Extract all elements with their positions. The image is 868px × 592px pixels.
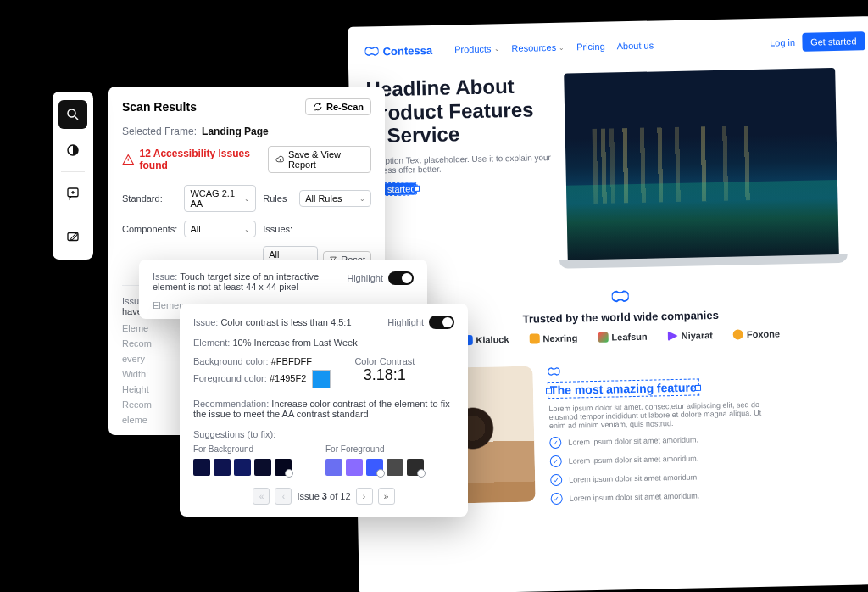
list-item: ✓Lorem ipsum dolor sit amet amoridum. — [550, 470, 771, 486]
issue-card-3: Issue: Color contrast is less than 4.5:1… — [180, 304, 468, 517]
company-leafsun: Leafsun — [598, 332, 647, 343]
svg-point-0 — [68, 109, 75, 117]
edit-frame-icon — [65, 229, 81, 244]
bg-swatches — [193, 459, 292, 476]
highlight-label: Highlight — [387, 317, 424, 327]
nav-resources[interactable]: Resources⌄ — [511, 42, 565, 53]
separator — [61, 215, 85, 215]
brand-mark-icon — [612, 288, 629, 304]
components-dropdown[interactable]: All⌄ — [184, 221, 256, 237]
contrast-icon — [65, 142, 81, 158]
company-nexring: Nexring — [529, 332, 577, 343]
tool-rail — [53, 92, 93, 260]
selection-handles[interactable]: The most amazing feature — [548, 382, 698, 397]
warning-icon — [122, 153, 135, 166]
issue-text: Color contrast is less than 4.5:1 — [220, 317, 351, 327]
hero-image — [564, 68, 839, 260]
swatch[interactable] — [275, 459, 292, 476]
pager-first-button[interactable]: « — [253, 488, 270, 505]
check-icon: ✓ — [551, 493, 563, 505]
nav-pricing[interactable]: Pricing — [576, 42, 605, 53]
pager-next-button[interactable]: › — [356, 488, 373, 505]
search-icon — [65, 107, 81, 122]
element-row: Element: 10% Increase from Last Week — [193, 338, 454, 348]
swatch[interactable] — [326, 459, 342, 476]
fg-swatch — [312, 370, 331, 388]
hero-image-wrap — [564, 67, 868, 268]
site-nav: Products⌄ Resources⌄ Pricing About us — [454, 40, 654, 54]
rescan-button[interactable]: Re-Scan — [305, 98, 371, 115]
site-header: Contessa Products⌄ Resources⌄ Pricing Ab… — [364, 31, 865, 60]
save-report-button[interactable]: Save & View Report — [268, 146, 371, 173]
feature-desc: Lorem ipsum dolor sit amet, consectetur … — [548, 400, 770, 430]
nav-products[interactable]: Products⌄ — [454, 43, 500, 54]
site-logo[interactable]: Contessa — [364, 43, 432, 59]
hero-headline: Headline About Product Features & Servic… — [365, 74, 554, 148]
fg-hex: #1495F2 — [270, 373, 306, 383]
comment-plus-icon — [65, 186, 81, 201]
feature-mark — [548, 361, 768, 377]
frame-label: Selected Frame: — [122, 126, 197, 137]
pager-text: Issue 3 of 12 — [297, 491, 350, 501]
list-item: ✓Lorem ipsum dolor sit amet amoridum. — [550, 451, 771, 467]
feature-text: The most amazing feature Lorem ipsum dol… — [548, 361, 771, 505]
swatch[interactable] — [387, 459, 403, 476]
issues-warning: 12 Accessibility Issues found — [122, 148, 268, 171]
get-started-button[interactable]: Get started — [802, 31, 865, 52]
company-icon — [668, 331, 678, 341]
hero-description: escription Text placeholder. Use it to e… — [367, 153, 554, 176]
company-foxone: Foxone — [733, 328, 780, 339]
swatch[interactable] — [193, 459, 210, 476]
nav-about[interactable]: About us — [617, 40, 654, 51]
site-brand: Contessa — [382, 43, 432, 57]
issue-text: Touch target size of an interactive elem… — [153, 271, 319, 292]
rename-tool-button[interactable] — [58, 222, 87, 251]
company-niyarat: Niyarat — [668, 330, 714, 341]
fg-swatches — [326, 459, 424, 476]
suggestions-foreground: For Foreground — [326, 444, 424, 476]
chevron-down-icon: ⌄ — [493, 45, 499, 53]
selected-frame-row: Selected Frame: Landing Page — [122, 126, 371, 137]
check-icon: ✓ — [549, 437, 561, 449]
swatch[interactable] — [254, 459, 271, 476]
hero-text: Headline About Product Features & Servic… — [365, 74, 556, 273]
chevron-down-icon: ⌄ — [244, 195, 250, 203]
separator — [61, 171, 85, 172]
components-label: Components: — [122, 224, 177, 234]
ratio-value: 3.18:1 — [354, 366, 415, 384]
login-link[interactable]: Log in — [770, 37, 795, 48]
panel-title: Scan Results Re-Scan — [122, 98, 371, 115]
swatch[interactable] — [346, 459, 363, 476]
swatch[interactable] — [366, 459, 383, 476]
company-icon — [598, 332, 608, 343]
contrast-tool-button[interactable] — [58, 136, 87, 165]
highlight-toggle[interactable] — [388, 271, 414, 285]
recommendation: Recommendation: Increase color contrast … — [193, 399, 454, 419]
issues-label: Issues: — [263, 224, 292, 234]
highlight-label: Highlight — [347, 273, 383, 283]
swatch[interactable] — [234, 459, 251, 476]
swatch[interactable] — [407, 459, 424, 476]
element-value: 10% Increase from Last Week — [232, 338, 357, 348]
pager-prev-button[interactable]: ‹ — [275, 488, 292, 505]
hero: Headline About Product Features & Servic… — [365, 67, 868, 272]
feature-title[interactable]: The most amazing feature — [548, 379, 698, 398]
swatch[interactable] — [214, 459, 231, 476]
cloud-upload-icon — [275, 154, 285, 165]
site-auth: Log in Get started — [770, 31, 865, 52]
check-icon: ✓ — [550, 455, 562, 467]
issues-summary: 12 Accessibility Issues found Save & Vie… — [122, 146, 371, 173]
suggestions-background: For Background — [193, 444, 292, 476]
bg-hex: #FBFDFF — [271, 356, 312, 366]
company-icon — [733, 329, 743, 339]
search-tool-button[interactable] — [58, 100, 87, 129]
add-comment-button[interactable] — [58, 179, 87, 208]
check-icon: ✓ — [550, 474, 562, 486]
pager-last-button[interactable]: » — [378, 488, 395, 505]
chevron-down-icon: ⌄ — [244, 226, 250, 233]
standard-dropdown[interactable]: WCAG 2.1 AA⌄ — [184, 185, 256, 212]
refresh-icon — [313, 102, 323, 112]
rules-dropdown[interactable]: All Rules⌄ — [299, 190, 371, 207]
highlight-toggle[interactable] — [429, 316, 454, 329]
color-info: Background color: #FBFDFF Foreground col… — [193, 356, 454, 388]
